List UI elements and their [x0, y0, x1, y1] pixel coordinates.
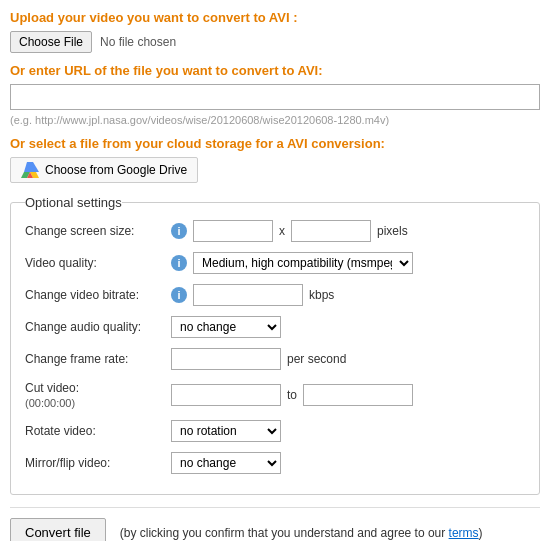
cut-video-row: Cut video: (00:00:00) to: [25, 380, 525, 410]
screen-size-row: Change screen size: i x pixels: [25, 220, 525, 242]
file-upload-row: Choose File No file chosen: [10, 31, 540, 53]
rotate-row: Rotate video: no rotation 90° 180° 270°: [25, 420, 525, 442]
google-drive-icon: [21, 162, 39, 178]
bitrate-input[interactable]: [193, 284, 303, 306]
mirror-select[interactable]: no change horizontal vertical: [171, 452, 281, 474]
cloud-title: Or select a file from your cloud storage…: [10, 136, 540, 151]
mirror-row: Mirror/flip video: no change horizontal …: [25, 452, 525, 474]
pixels-label: pixels: [377, 224, 408, 238]
convert-section: Convert file (by clicking you confirm th…: [10, 507, 540, 541]
video-quality-select[interactable]: Medium, high compatibility (msmpeg) Low …: [193, 252, 413, 274]
audio-quality-select[interactable]: no change low medium high: [171, 316, 281, 338]
url-placeholder: (e.g. http://www.jpl.nasa.gov/videos/wis…: [10, 114, 540, 126]
screen-height-input[interactable]: [291, 220, 371, 242]
google-drive-button[interactable]: Choose from Google Drive: [10, 157, 198, 183]
per-second-label: per second: [287, 352, 346, 366]
video-quality-info-icon[interactable]: i: [171, 255, 187, 271]
rotate-label: Rotate video:: [25, 424, 165, 438]
convert-file-button[interactable]: Convert file: [10, 518, 106, 541]
rotate-select[interactable]: no rotation 90° 180° 270°: [171, 420, 281, 442]
frame-rate-row: Change frame rate: per second: [25, 348, 525, 370]
frame-rate-input[interactable]: [171, 348, 281, 370]
screen-size-label: Change screen size:: [25, 224, 165, 238]
audio-quality-label: Change audio quality:: [25, 320, 165, 334]
bitrate-label: Change video bitrate:: [25, 288, 165, 302]
cut-video-label-group: Cut video: (00:00:00): [25, 380, 165, 410]
frame-rate-label: Change frame rate:: [25, 352, 165, 366]
url-input[interactable]: [10, 84, 540, 110]
choose-file-button[interactable]: Choose File: [10, 31, 92, 53]
url-section: Or enter URL of the file you want to con…: [10, 63, 540, 126]
cut-end-input[interactable]: [303, 384, 413, 406]
audio-quality-row: Change audio quality: no change low medi…: [25, 316, 525, 338]
convert-note: (by clicking you confirm that you unders…: [120, 524, 483, 542]
svg-marker-0: [24, 162, 39, 172]
mirror-label: Mirror/flip video:: [25, 456, 165, 470]
x-separator: x: [279, 224, 285, 238]
screen-size-info-icon[interactable]: i: [171, 223, 187, 239]
upload-section: Upload your video you want to convert to…: [10, 10, 540, 53]
bitrate-row: Change video bitrate: i kbps: [25, 284, 525, 306]
convert-note-text: (by clicking you confirm that you unders…: [120, 526, 449, 540]
cloud-section: Or select a file from your cloud storage…: [10, 136, 540, 183]
cut-video-subtitle: (00:00:00): [25, 397, 75, 409]
convert-note-end: ): [479, 526, 483, 540]
cut-video-label: Cut video:: [25, 381, 79, 395]
bitrate-info-icon[interactable]: i: [171, 287, 187, 303]
settings-legend: Optional settings: [25, 195, 122, 210]
upload-title: Upload your video you want to convert to…: [10, 10, 540, 25]
no-file-label: No file chosen: [100, 35, 176, 49]
video-quality-row: Video quality: i Medium, high compatibil…: [25, 252, 525, 274]
url-title: Or enter URL of the file you want to con…: [10, 63, 540, 78]
cut-start-input[interactable]: [171, 384, 281, 406]
cut-to-label: to: [287, 388, 297, 402]
optional-settings-fieldset: Optional settings Change screen size: i …: [10, 195, 540, 495]
screen-width-input[interactable]: [193, 220, 273, 242]
video-quality-label: Video quality:: [25, 256, 165, 270]
terms-link[interactable]: terms: [449, 526, 479, 540]
google-drive-label: Choose from Google Drive: [45, 163, 187, 177]
kbps-label: kbps: [309, 288, 334, 302]
